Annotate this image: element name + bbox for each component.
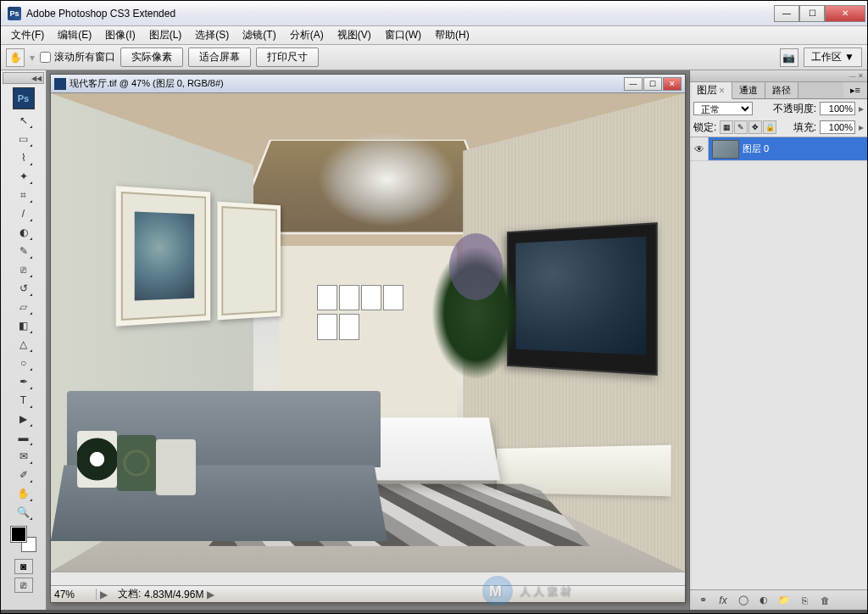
slice-tool[interactable]: / — [14, 204, 34, 223]
layer-group-icon[interactable]: 📁 — [776, 594, 792, 607]
doc-maximize-button[interactable]: ☐ — [643, 77, 662, 91]
move-tool[interactable]: ↖ — [14, 111, 34, 130]
fill-input[interactable] — [820, 120, 855, 134]
marquee-tool[interactable]: ▭ — [14, 130, 34, 148]
app-window: Ps Adobe Photoshop CS3 Extended — ☐ ✕ 文件… — [0, 0, 868, 614]
toolbox-collapse[interactable]: ◀◀ — [3, 72, 44, 84]
screen-mode-toggle[interactable]: ⎚ — [14, 578, 33, 593]
doc-minimize-button[interactable]: — — [624, 77, 643, 91]
layer-options: 正常 不透明度: ▸ 锁定: ▦ ✎ ✥ 🔒 填充: — [690, 99, 867, 137]
adjustment-layer-icon[interactable]: ◐ — [756, 594, 771, 607]
menu-image[interactable]: 图像(I) — [98, 26, 142, 44]
menubar: 文件(F) 编辑(E) 图像(I) 图层(L) 选择(S) 滤镜(T) 分析(A… — [1, 26, 867, 45]
blend-mode-select[interactable]: 正常 — [693, 102, 753, 115]
hand-tool[interactable]: ✋ — [14, 484, 34, 503]
menu-help[interactable]: 帮助(H) — [428, 26, 476, 44]
new-layer-icon[interactable]: ⎘ — [797, 594, 812, 607]
menu-edit[interactable]: 编辑(E) — [51, 26, 98, 44]
zoom-field[interactable]: 47% — [51, 589, 97, 600]
panels-dock: — ✕ 图层× 通道 路径 ▸≡ 正常 不透明度: ▸ 锁定: — [689, 70, 867, 610]
minimize-button[interactable]: — — [774, 5, 799, 22]
lock-label: 锁定: — [693, 120, 716, 135]
quick-mask-toggle[interactable]: ◙ — [14, 559, 33, 574]
layer-thumbnail[interactable] — [712, 140, 739, 159]
panel-menu-icon[interactable]: ▸≡ — [843, 82, 867, 98]
color-swatches[interactable] — [11, 527, 36, 552]
layer-style-icon[interactable]: fx — [715, 594, 731, 607]
layer-list: 👁 图层 0 — [690, 137, 867, 589]
notes-tool[interactable]: ✉ — [14, 447, 34, 466]
bridge-icon[interactable]: 📷 — [780, 48, 798, 67]
opacity-input[interactable] — [820, 102, 855, 115]
shape-tool[interactable]: ▬ — [14, 428, 34, 447]
history-brush-tool[interactable]: ↺ — [14, 279, 34, 298]
document-canvas[interactable] — [51, 93, 685, 572]
panel-collapse[interactable]: — ✕ — [690, 70, 867, 82]
tab-channels[interactable]: 通道 — [732, 82, 765, 98]
canvas-area: 现代客厅.tif @ 47% (图层 0, RGB/8#) — ☐ ✕ — [47, 70, 689, 610]
path-select-tool[interactable]: ▶ — [14, 410, 34, 428]
zoom-tool[interactable]: 🔍 — [14, 503, 34, 522]
hand-tool-icon[interactable]: ✋ — [6, 48, 25, 67]
lock-pixels-icon[interactable]: ✎ — [734, 120, 748, 134]
menu-analysis[interactable]: 分析(A) — [283, 26, 331, 44]
menu-filter[interactable]: 滤镜(T) — [236, 26, 282, 44]
scroll-all-label: 滚动所有窗口 — [54, 50, 115, 64]
rendered-image — [51, 93, 685, 572]
options-bar: ✋ ▾ 滚动所有窗口 实际像素 适合屏幕 打印尺寸 📷 工作区 ▼ — [1, 45, 867, 70]
doc-close-button[interactable]: ✕ — [663, 77, 682, 91]
scroll-all-input[interactable] — [40, 52, 51, 63]
lock-transparency-icon[interactable]: ▦ — [720, 120, 733, 134]
type-tool[interactable]: T — [14, 391, 34, 410]
menu-layer[interactable]: 图层(L) — [142, 26, 189, 44]
ps-logo-icon[interactable]: Ps — [13, 87, 35, 109]
menu-view[interactable]: 视图(V) — [331, 26, 378, 44]
layer-mask-icon[interactable]: ◯ — [736, 594, 751, 607]
app-icon: Ps — [8, 7, 21, 20]
visibility-toggle-icon[interactable]: 👁 — [690, 137, 709, 160]
opacity-arrow-icon[interactable]: ▸ — [859, 103, 864, 114]
opacity-label: 不透明度: — [773, 102, 816, 116]
status-arrow-icon[interactable]: ▶ — [97, 589, 111, 600]
fill-arrow-icon[interactable]: ▸ — [859, 121, 864, 133]
document-title: 现代客厅.tif @ 47% (图层 0, RGB/8#) — [70, 77, 620, 90]
eraser-tool[interactable]: ▱ — [14, 298, 34, 316]
wand-tool[interactable]: ✦ — [14, 167, 34, 186]
delete-layer-icon[interactable]: 🗑 — [817, 594, 832, 607]
layer-row[interactable]: 👁 图层 0 — [690, 137, 867, 161]
menu-select[interactable]: 选择(S) — [188, 26, 236, 44]
document-window: 现代客厅.tif @ 47% (图层 0, RGB/8#) — ☐ ✕ — [50, 74, 686, 603]
fill-label: 填充: — [793, 120, 816, 135]
lock-all-icon[interactable]: 🔒 — [763, 120, 776, 134]
close-button[interactable]: ✕ — [825, 5, 865, 22]
tab-layers[interactable]: 图层× — [690, 82, 732, 99]
crop-tool[interactable]: ⌗ — [14, 186, 34, 204]
window-bottom-border — [1, 610, 867, 613]
eyedropper-tool[interactable]: ✐ — [14, 466, 34, 484]
tab-paths[interactable]: 路径 — [765, 82, 798, 98]
stamp-tool[interactable]: ⎚ — [14, 260, 34, 279]
foreground-color-swatch[interactable] — [11, 527, 26, 542]
menu-file[interactable]: 文件(F) — [4, 26, 51, 44]
brush-tool[interactable]: ✎ — [14, 242, 34, 260]
actual-pixels-button[interactable]: 实际像素 — [120, 47, 183, 67]
workspace-selector[interactable]: 工作区 ▼ — [804, 47, 862, 67]
titlebar[interactable]: Ps Adobe Photoshop CS3 Extended — ☐ ✕ — [1, 1, 867, 26]
horizontal-scrollbar[interactable] — [51, 572, 685, 585]
print-size-button[interactable]: 打印尺寸 — [256, 47, 319, 67]
menu-window[interactable]: 窗口(W) — [378, 26, 428, 44]
layer-name[interactable]: 图层 0 — [743, 142, 769, 155]
lasso-tool[interactable]: ⌇ — [14, 148, 34, 167]
fit-screen-button[interactable]: 适合屏幕 — [188, 47, 251, 67]
maximize-button[interactable]: ☐ — [799, 5, 825, 22]
scroll-all-checkbox[interactable]: 滚动所有窗口 — [40, 50, 115, 64]
gradient-tool[interactable]: ◧ — [14, 316, 34, 335]
document-info[interactable]: 文档: 4.83M/4.96M ▶ — [111, 587, 221, 601]
link-layers-icon[interactable]: ⚭ — [695, 594, 710, 607]
heal-tool[interactable]: ◐ — [14, 223, 34, 242]
pen-tool[interactable]: ✒ — [14, 372, 34, 391]
dodge-tool[interactable]: ○ — [14, 354, 34, 372]
blur-tool[interactable]: △ — [14, 335, 34, 354]
document-titlebar[interactable]: 现代客厅.tif @ 47% (图层 0, RGB/8#) — ☐ ✕ — [51, 75, 685, 93]
lock-position-icon[interactable]: ✥ — [748, 120, 762, 134]
